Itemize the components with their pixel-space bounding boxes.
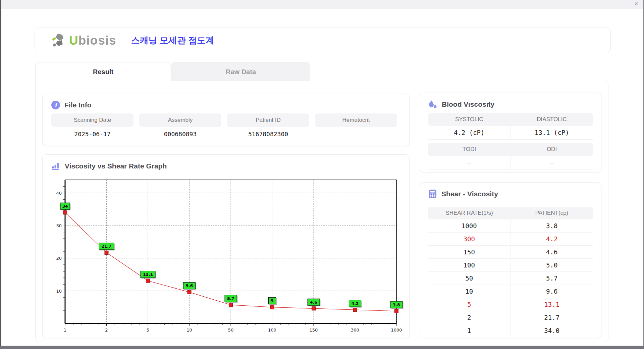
column-header: ODI [511,143,593,156]
svg-text:50: 50 [228,328,234,333]
svg-text:1000: 1000 [391,328,402,333]
graph-panel: Viscosity vs Shear Rate Graph 1020304012… [42,154,410,338]
field-value [315,127,397,141]
info-icon: i [51,101,60,109]
app-window: × Ubiosis 스캐닝 모세관 점도계 Result Raw Data i … [0,0,644,349]
shear-rate-cell: 2 [428,311,511,324]
shear-rate-cell: 300 [428,233,511,245]
field-label: Assembly [139,113,221,127]
close-icon[interactable]: × [634,0,638,7]
file-info-field-scanning-date: Scanning Date2025-06-17 [51,113,133,141]
svg-text:4.6: 4.6 [310,300,317,305]
svg-text:100: 100 [268,328,276,333]
shear-rate-cell: 50 [428,272,511,285]
field-label: Scanning Date [51,113,133,127]
svg-text:10: 10 [56,289,62,294]
viscosity-shear-chart: 10203040125105010015030010003421.713.19.… [51,178,410,334]
app-title: 스캐닝 모세관 점도계 [131,35,214,46]
patient-cell: 21.7 [511,311,593,324]
value-cell: – [511,156,593,169]
svg-text:10: 10 [186,328,192,333]
graph-header: Viscosity vs Shear Rate Graph [51,161,409,170]
file-info-field-assembly: Assembly000680893 [139,113,221,141]
blood-viscosity-header: Blood Viscosity [428,100,601,109]
svg-text:9.6: 9.6 [186,284,193,288]
patient-cell: 3.8 [511,219,593,232]
blood-viscosity-table-values: –– [428,156,593,169]
blood-viscosity-table-values: 4.2 (cP)13.1 (cP) [428,126,593,140]
svg-text:1: 1 [64,328,66,333]
patient-cell: 5.0 [511,259,593,271]
svg-text:2: 2 [105,328,108,333]
calculator-icon [428,189,437,198]
column-header: DIASTOLIC [511,113,593,126]
app-header: Ubiosis 스캐닝 모세관 점도계 [35,28,611,53]
shear-viscosity-table: SHEAR RATE(1/s)PATIENT(cp)10003.83004.21… [428,207,593,337]
shear-viscosity-title: Shear - Viscosity [441,190,498,198]
blood-viscosity-panel: Blood Viscosity SYSTOLICDIASTOLIC4.2 (cP… [419,93,601,172]
bar-chart-icon [51,161,60,170]
table-row: 1504.6 [428,246,593,259]
value-cell: 13.1 (cP) [511,126,593,139]
svg-text:21.7: 21.7 [102,244,112,249]
shear-viscosity-header: Shear - Viscosity [428,189,601,198]
column-header: SYSTOLIC [428,113,511,126]
shear-rate-cell: 1000 [428,219,511,232]
file-info-field-hematocrit: Hematocrit [315,113,397,141]
column-header: SHEAR RATE(1/s) [428,207,511,219]
window-bottom-bar [0,346,644,349]
patient-cell: 5.7 [511,272,593,285]
field-value: 2025-06-17 [51,127,133,141]
table-row: 513.1 [428,298,593,311]
svg-text:40: 40 [56,191,62,196]
field-label: Hematocrit [315,113,397,127]
value-cell: – [428,156,511,169]
shear-table-header: SHEAR RATE(1/s)PATIENT(cp) [428,207,593,219]
file-info-fields: Scanning Date2025-06-17Assembly000680893… [51,113,397,141]
blood-viscosity-table-1: TODIODI–– [428,143,593,169]
table-row: 109.6 [428,285,593,298]
blood-viscosity-title: Blood Viscosity [442,100,494,108]
table-row: 505.7 [428,272,593,285]
svg-text:34: 34 [62,204,68,209]
svg-text:300: 300 [351,328,359,333]
table-row: 134.0 [428,324,593,337]
file-info-header: i File Info [51,101,409,109]
shear-rate-cell: 1 [428,324,511,337]
patient-cell: 4.2 [511,233,593,245]
shear-rate-cell: 5 [428,298,511,311]
droplets-icon [428,100,437,109]
file-info-panel: i File Info Scanning Date2025-06-17Assem… [42,94,410,146]
svg-text:4.2: 4.2 [352,301,359,306]
field-value: 51678082300 [227,127,309,141]
patient-cell: 34.0 [511,324,593,337]
svg-text:5.7: 5.7 [227,296,234,301]
column-header: PATIENT(cp) [511,207,593,219]
table-row: 3004.2 [428,233,593,246]
window-left-edge [0,0,1,349]
tab-raw-data[interactable]: Raw Data [171,62,310,82]
table-row: 1005.0 [428,259,593,272]
value-cell: 4.2 (cP) [428,126,511,139]
svg-text:5: 5 [147,328,149,333]
blood-viscosity-tables: SYSTOLICDIASTOLIC4.2 (cP)13.1 (cP)TODIOD… [428,113,593,173]
shear-rate-cell: 150 [428,246,511,258]
patient-cell: 9.6 [511,285,593,298]
svg-text:20: 20 [56,256,62,261]
patient-cell: 4.6 [511,246,593,258]
file-info-field-patient-id: Patient ID51678082300 [227,113,309,141]
svg-text:150: 150 [310,328,318,333]
field-label: Patient ID [227,113,309,127]
ubiosis-logo-icon [51,33,67,49]
blood-viscosity-table-header: TODIODI [428,143,593,156]
file-info-title: File Info [64,101,92,109]
svg-text:5: 5 [271,299,273,303]
svg-text:3.8: 3.8 [393,303,400,307]
tab-result[interactable]: Result [35,62,171,82]
shear-rate-cell: 100 [428,259,511,271]
svg-text:13.1: 13.1 [143,272,153,277]
table-row: 10003.8 [428,219,593,233]
ubiosis-logo: Ubiosis [51,33,116,49]
graph-title: Viscosity vs Shear Rate Graph [65,162,167,170]
blood-viscosity-table-header: SYSTOLICDIASTOLIC [428,113,593,126]
